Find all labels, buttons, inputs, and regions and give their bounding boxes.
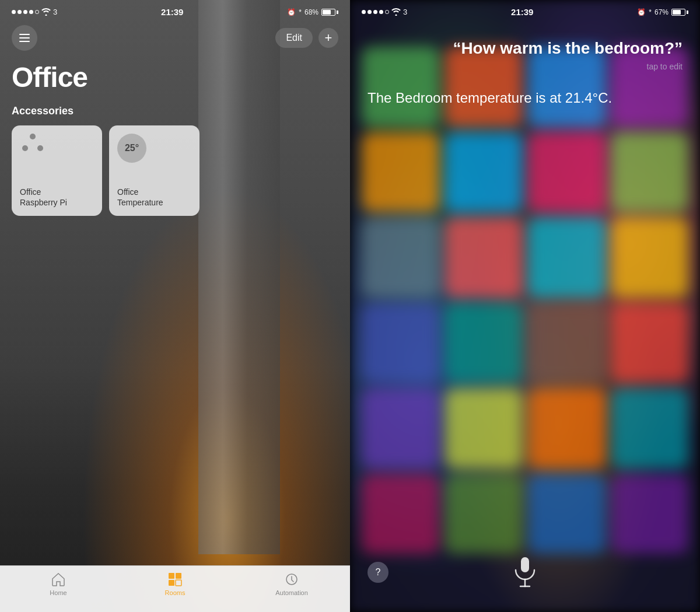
app-blob	[611, 474, 689, 554]
microphone-icon	[512, 556, 538, 589]
carrier-right: 3	[403, 8, 407, 16]
signal-dots-right	[362, 10, 389, 14]
temp-icon-area: 25°	[117, 134, 191, 163]
wifi-icon-right	[391, 8, 401, 16]
siri-bottom-bar: ?	[350, 556, 700, 589]
line3	[19, 41, 30, 42]
battery-area-right: ⏰ * 67%	[637, 8, 688, 16]
signal-area: 3	[12, 8, 57, 16]
dot5	[35, 10, 39, 14]
rpi-icon-area	[20, 134, 94, 159]
accessories-section: Accessories OfficeRaspberry Pi 25°	[0, 105, 350, 216]
app-blob	[445, 389, 523, 468]
rpi-icon	[20, 134, 46, 159]
tab-bar-left: Home Rooms Automation	[0, 565, 350, 612]
edit-button[interactable]: Edit	[275, 28, 313, 48]
dot-r1	[362, 10, 366, 14]
dot1	[12, 10, 16, 14]
siri-response-text: The Bedroom temperature is at 21.4°C.	[368, 89, 682, 107]
alarm-icon-right: ⏰	[637, 8, 646, 16]
dot-r2	[368, 10, 372, 14]
temperature-badge: 25°	[117, 134, 146, 163]
app-blob	[362, 389, 439, 468]
tab-home[interactable]: Home	[38, 572, 79, 596]
automation-icon	[284, 572, 299, 587]
rooms-icon	[167, 572, 183, 587]
rpi-dot-top	[30, 134, 36, 139]
app-blob	[445, 132, 523, 212]
app-blob	[445, 218, 523, 298]
tab-automation[interactable]: Automation	[271, 572, 312, 596]
status-bar-left: 3 21:39 ⏰ * 68%	[0, 0, 350, 20]
time-left: 21:39	[161, 7, 183, 17]
dot-r4	[379, 10, 383, 14]
tab-rooms[interactable]: Rooms	[155, 572, 195, 596]
siri-mic-area[interactable]	[512, 556, 538, 589]
right-phone: 3 21:39 ⏰ * 67% “How warm is the bedroom…	[350, 0, 700, 612]
siri-help-button[interactable]: ?	[368, 562, 388, 583]
app-blob	[445, 303, 523, 383]
battery-percent-left: 68%	[304, 8, 318, 16]
top-right-buttons: Edit +	[275, 28, 338, 48]
app-blob	[528, 389, 606, 468]
dot-r5	[385, 10, 389, 14]
siri-content: “How warm is the bedroom?” tap to edit T…	[350, 20, 700, 118]
app-blob	[528, 132, 606, 212]
svg-rect-0	[169, 573, 174, 579]
signal-area-right: 3	[362, 8, 407, 16]
top-action-bar: Edit +	[0, 20, 350, 55]
svg-rect-2	[169, 580, 174, 586]
dot4	[29, 10, 33, 14]
app-blob	[362, 218, 439, 298]
add-button[interactable]: +	[318, 28, 338, 48]
dot2	[18, 10, 22, 14]
app-blob	[528, 218, 606, 298]
rpi-name: OfficeRaspberry Pi	[20, 187, 94, 208]
app-blob	[445, 474, 523, 554]
app-blob	[528, 303, 606, 383]
tap-to-edit[interactable]: tap to edit	[368, 62, 682, 71]
accessories-grid: OfficeRaspberry Pi 25° OfficeTemperature	[12, 125, 338, 216]
app-blob	[362, 303, 439, 383]
tab-home-label: Home	[50, 589, 66, 596]
accessory-card-rpi[interactable]: OfficeRaspberry Pi	[12, 125, 102, 216]
svg-rect-5	[521, 557, 529, 572]
dot3	[23, 10, 27, 14]
battery-icon-right	[671, 9, 688, 16]
app-blob	[611, 389, 689, 468]
hamburger-icon	[17, 32, 32, 44]
time-right: 21:39	[511, 7, 533, 17]
carrier-name: 3	[53, 8, 57, 16]
menu-button[interactable]	[12, 25, 37, 51]
app-blob	[528, 474, 606, 554]
signal-dots	[12, 10, 39, 14]
left-phone: 3 21:39 ⏰ * 68% Edit +	[0, 0, 350, 612]
rpi-dot-left	[22, 145, 28, 151]
line2	[19, 37, 30, 39]
line1	[19, 34, 30, 35]
accessories-label: Accessories	[12, 105, 338, 117]
rpi-dot-right	[37, 145, 43, 151]
temp-value: 25°	[125, 143, 139, 153]
svg-rect-3	[176, 580, 181, 586]
app-blob	[362, 132, 439, 212]
battery-area-left: ⏰ * 68%	[287, 8, 338, 16]
app-blob	[362, 474, 439, 554]
tab-automation-label: Automation	[275, 589, 308, 596]
app-blob	[611, 303, 689, 383]
wifi-icon	[41, 8, 51, 16]
app-blob	[611, 218, 689, 298]
tab-rooms-label: Rooms	[165, 589, 186, 596]
room-title: Office	[0, 55, 350, 105]
home-icon	[51, 572, 66, 587]
siri-query-text: “How warm is the bedroom?”	[368, 38, 682, 58]
status-bar-right: 3 21:39 ⏰ * 67%	[350, 0, 700, 20]
dot-r3	[373, 10, 377, 14]
accessory-card-temp[interactable]: 25° OfficeTemperature	[109, 125, 200, 216]
svg-rect-1	[176, 573, 181, 579]
bluetooth-icon: *	[299, 8, 302, 16]
temp-name: OfficeTemperature	[117, 187, 191, 208]
bluetooth-icon-right: *	[649, 8, 652, 16]
battery-icon-left	[321, 9, 338, 16]
alarm-icon: ⏰	[287, 8, 296, 16]
